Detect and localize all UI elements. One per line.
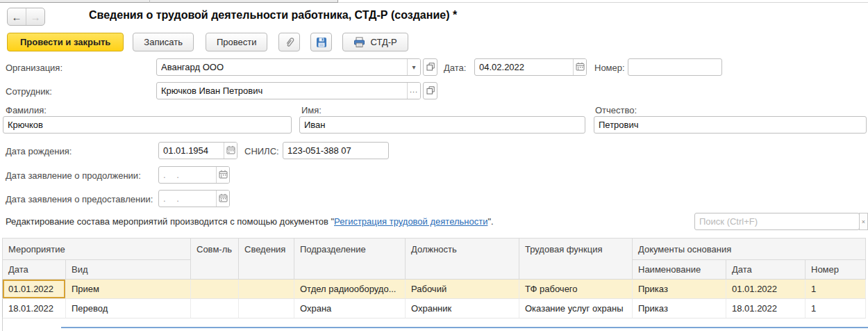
date-picker-button[interactable] [573, 59, 586, 75]
open-in-window-icon [426, 61, 435, 74]
tab-strip-segment [0, 0, 150, 3]
table-left-border [2, 317, 3, 331]
cell-position[interactable]: Рабочий [406, 280, 519, 299]
organization-input[interactable] [157, 59, 407, 75]
registration-labor-activity-link[interactable]: Регистрация трудовой деятельности [334, 216, 487, 227]
organization-label: Организация: [6, 63, 62, 73]
search-field [694, 213, 860, 230]
cell-info[interactable] [239, 299, 294, 318]
calendar-icon [576, 62, 585, 72]
organization-open-button[interactable] [423, 58, 437, 76]
provision-date-picker-button[interactable] [216, 191, 229, 207]
header-event-kind[interactable]: Вид [66, 260, 191, 280]
ellipsis-icon: ... [410, 86, 418, 94]
number-input[interactable] [628, 58, 722, 76]
std-r-document-window: ← → Сведения о трудовой деятельности раб… [0, 0, 868, 331]
forward-arrow-icon: → [31, 11, 41, 23]
snils-input[interactable] [283, 142, 389, 159]
page-title: Сведения о трудовой деятельности работни… [89, 9, 457, 22]
post-button[interactable]: Провести [206, 33, 268, 51]
attach-files-button[interactable] [278, 33, 300, 51]
calendar-icon [219, 170, 228, 180]
calendar-icon [219, 193, 228, 204]
cell-position[interactable]: Охранник [406, 299, 519, 318]
cell-department[interactable]: Отдел радиооборудо... [294, 280, 406, 299]
cell-labor-function[interactable]: Оказание услуг охраны [519, 299, 633, 318]
continuation-claim-date-label: Дата заявление о продолжении: [6, 170, 141, 181]
cell-doc-date[interactable]: 01.01.2022 [726, 280, 806, 299]
events-table: Мероприятие Совм-ль Сведения Подразделен… [2, 238, 866, 318]
cell-event-date[interactable]: 01.01.2022 [3, 280, 66, 299]
header-info[interactable]: Сведения [239, 239, 294, 280]
cell-doc-name[interactable]: Приказ [633, 299, 726, 318]
cell-department[interactable]: Охрана [294, 299, 406, 318]
header-labor-function[interactable]: Трудовая функция [519, 239, 633, 280]
patronymic-input[interactable] [594, 116, 867, 134]
birthdate-picker-button[interactable] [224, 143, 237, 159]
header-part-time[interactable]: Совм-ль [191, 239, 239, 280]
continuation-claim-date-input[interactable] [159, 167, 216, 183]
header-position[interactable]: Должность [406, 239, 519, 280]
open-in-window-icon [426, 85, 435, 97]
table-row[interactable]: 01.01.2022 Прием Отдел радиооборудо... Р… [3, 280, 866, 299]
cell-event-kind[interactable]: Прием [66, 280, 191, 299]
note-text-before: Редактирование состава мероприятий произ… [6, 216, 334, 227]
cell-doc-date[interactable]: 18.01.2022 [726, 299, 806, 318]
surname-input[interactable] [3, 116, 292, 134]
cell-part-time[interactable] [191, 299, 239, 318]
floppy-disk-icon [316, 37, 327, 48]
cell-event-kind[interactable]: Перевод [66, 299, 191, 318]
employee-select-button[interactable]: ... [407, 83, 420, 99]
cell-doc-number[interactable]: 1 [806, 299, 866, 318]
date-field [474, 58, 587, 76]
provision-claim-date-label: Дата заявления о предоставлении: [6, 194, 153, 204]
cell-doc-name[interactable]: Приказ [633, 280, 726, 299]
events-edit-note: Редактирование состава мероприятий произ… [6, 216, 494, 227]
continuation-date-picker-button[interactable] [216, 167, 229, 183]
name-input[interactable] [299, 116, 585, 134]
search-input[interactable] [695, 213, 859, 229]
paperclip-icon [284, 37, 295, 48]
command-bar: Провести и закрыть Записать Провести [7, 33, 408, 51]
cell-part-time[interactable] [191, 280, 239, 299]
continuation-claim-date-field [158, 166, 230, 184]
header-event-group[interactable]: Мероприятие [3, 239, 191, 260]
employee-label: Сотрудник: [6, 86, 52, 97]
forward-button[interactable]: → [26, 8, 44, 25]
header-doc-number[interactable]: Номер [806, 260, 866, 280]
table-row[interactable]: 18.01.2022 Перевод Охрана Охранник Оказа… [3, 299, 866, 318]
birthdate-label: Дата рождения: [6, 146, 72, 156]
organization-dropdown-button[interactable]: ▾ [407, 59, 420, 75]
provision-claim-date-input[interactable] [159, 191, 216, 207]
post-and-close-button[interactable]: Провести и закрыть [7, 33, 124, 51]
patronymic-label: Отчество: [595, 105, 637, 115]
header-event-date[interactable]: Дата [3, 260, 66, 280]
header-department[interactable]: Подразделение [294, 239, 406, 280]
name-label: Имя: [301, 105, 322, 115]
cell-event-date[interactable]: 18.01.2022 [3, 299, 66, 318]
back-button[interactable]: ← [8, 8, 26, 25]
print-std-r-button[interactable]: СТД-Р [342, 33, 408, 51]
search-clear-button[interactable]: × [859, 213, 868, 230]
header-doc-date[interactable]: Дата [726, 260, 806, 280]
write-button[interactable]: Записать [133, 33, 194, 51]
header-doc-name[interactable]: Наименование [633, 260, 726, 280]
employee-field: ... [156, 82, 421, 99]
cell-info[interactable] [239, 280, 294, 299]
cell-labor-function[interactable]: ТФ рабочего [519, 280, 633, 299]
chevron-down-icon: ▾ [412, 63, 415, 71]
header-docs-group[interactable]: Документы основания [633, 239, 866, 260]
snils-label: СНИЛС: [244, 146, 279, 156]
history-nav: ← → [7, 8, 45, 26]
employee-open-button[interactable] [423, 82, 437, 99]
provision-claim-date-field [158, 190, 230, 207]
number-label: Номер: [594, 63, 625, 73]
birthdate-input[interactable] [159, 143, 224, 159]
calendar-icon [226, 145, 235, 156]
organization-field: ▾ [156, 58, 421, 76]
date-input[interactable] [475, 59, 573, 75]
cell-doc-number[interactable]: 1 [806, 280, 866, 299]
employee-input[interactable] [157, 83, 407, 99]
bottom-splitter [61, 327, 868, 328]
save-button[interactable] [310, 33, 332, 51]
